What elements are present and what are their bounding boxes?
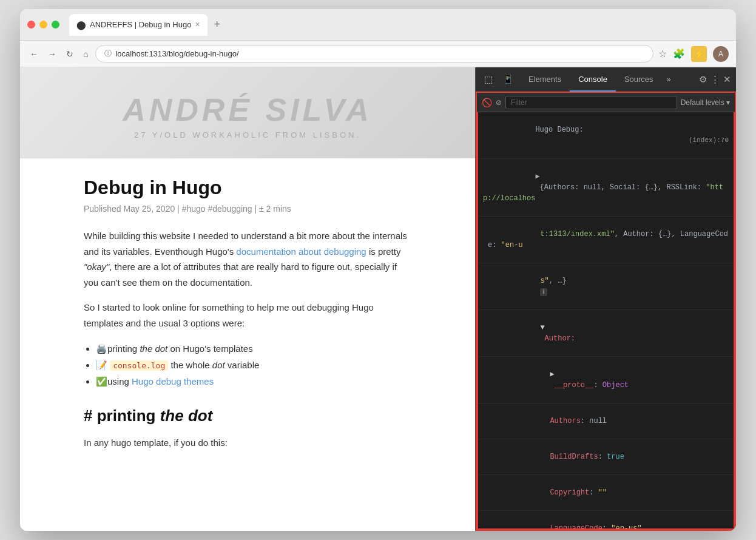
title-bar: ⬤ ANDREFFS | Debug in Hugo ✕ + [20,9,736,41]
extension-badge: ⚡ [691,46,707,62]
address-bar: ← → ↻ ⌂ ⓘ localhost:1313/blog/debug-in-h… [20,41,736,67]
tab-bar: ⬤ ANDREFFS | Debug in Hugo ✕ + [69,14,729,36]
proto-expand-arrow-1[interactable]: ▶ [550,370,554,379]
list-item-2-after: variable [225,360,260,370]
console-label: Hugo Debug: [535,126,587,134]
intro-text-3: , there are a lot of attributes that are… [84,262,397,288]
console-line-languagecode: LanguageCode: "en-us" [478,511,734,530]
more-tabs-button[interactable]: » [662,75,676,84]
console-authors-key: Authors [550,417,580,425]
console-rsslink-url: t:1313/index.xml" [540,230,614,238]
console-output: Hugo Debug: (index):70 ▶ {Authors: null,… [477,112,735,530]
devtools-toolbar: ⬚ 📱 Elements Console Sources » ⚙ ⋮ ✕ [476,67,736,92]
tab-console[interactable]: Console [570,67,616,92]
blog-section-p: In any hugo template, if you do this: [84,435,411,451]
blog-options-list: 🖨️printing the dot on Hugo's templates 📝… [96,340,411,390]
blog-post-meta: Published May 25, 2020 | #hugo #debuggin… [84,204,411,214]
console-line-object-preview-2: t:1313/index.xml", Author: {…}, Language… [478,217,734,263]
close-button[interactable] [27,21,35,29]
console-langcode-value: "en-us" [611,524,641,530]
blog-tagline: 27 Y/OLD WORKAHOLIC FROM LISBON. [32,130,463,140]
console-index: (index):70 [689,135,729,146]
console-copyright-value: "" [598,488,607,497]
devtools-right-icons: ⚙ ⋮ ✕ [699,74,731,85]
console-object-close: , …} [549,277,571,285]
blog-intro-p2: So I started to look online for somethin… [84,300,411,331]
console-colon-3: : [598,453,607,461]
list-item-2: 📝 console.log the whole dot variable [96,357,411,373]
inspect-icon[interactable]: ⬚ [481,72,496,87]
browser-window: ⬤ ANDREFFS | Debug in Hugo ✕ + ← → ↻ ⌂ ⓘ… [20,9,736,531]
github-icon: ⬤ [76,20,86,30]
expand-arrow[interactable]: ▶ [535,172,539,181]
console-line-authors: Authors: null [478,403,734,439]
traffic-lights [27,21,59,29]
console-langcode-key: LanguageCode [550,524,602,530]
filter-icon: ⊘ [496,98,502,107]
console-line-author: ▼ Author: [478,310,734,357]
extensions-icon[interactable]: 🧩 [673,48,685,59]
section-heading-em: the dot [160,407,213,425]
settings-icon[interactable]: ⚙ [699,74,707,85]
user-avatar[interactable]: A [713,46,729,62]
devtools-panel: ⬚ 📱 Elements Console Sources » ⚙ ⋮ ✕ [475,67,736,531]
console-copyright-key: Copyright [550,488,589,497]
devtools-tabs: Elements Console Sources » [520,67,697,92]
console-filter-bar: 🚫 ⊘ Default levels ▾ [477,93,735,112]
intro-em: "okay" [84,262,109,272]
list-item-2-em: dot [212,360,225,370]
section-heading-pre: # printing [84,407,160,425]
blog-header: ANDRÉ SILVA 27 Y/OLD WORKAHOLIC FROM LIS… [20,67,475,158]
blog-intro-paragraph: While building this website I needed to … [84,228,411,290]
reload-button[interactable]: ↻ [64,47,76,61]
blog-body: Debug in Hugo Published May 25, 2020 | #… [59,158,436,479]
documentation-link[interactable]: documentation about debugging [236,246,366,257]
console-builddrafts-key: BuildDrafts [550,453,598,461]
forward-button[interactable]: → [46,47,59,61]
console-colon-2: : [581,417,589,425]
url-bar[interactable]: ⓘ localhost:1313/blog/debug-in-hugo/ [95,45,653,62]
lock-icon: ⓘ [104,49,112,59]
console-object-preview: {Authors: null, Social: {…}, RSSLink: "h… [483,183,723,203]
console-author-key: Author: [540,334,575,343]
maximize-button[interactable] [52,21,59,29]
console-lang-code-end: s" [540,277,548,285]
minimize-button[interactable] [39,21,47,29]
console-colon-5: : [602,524,611,530]
list-item-1: 🖨️printing the dot on Hugo's templates [96,340,411,357]
clear-console-icon[interactable]: 🚫 [482,98,492,107]
author-expand-arrow[interactable]: ▼ [540,323,544,332]
list-item-1-em: the dot [140,343,167,354]
blog-post-title: Debug in Hugo [84,177,411,199]
device-icon[interactable]: 📱 [499,72,518,87]
blog-content: ANDRÉ SILVA 27 Y/OLD WORKAHOLIC FROM LIS… [20,67,475,531]
close-devtools-icon[interactable]: ✕ [723,74,731,85]
console-line-header: Hugo Debug: (index):70 [478,112,734,159]
console-filter-input[interactable] [505,96,677,109]
console-authors-value: null [589,417,607,425]
console-log-code: console.log [110,360,168,371]
devtools-highlighted-area: 🚫 ⊘ Default levels ▾ Hugo Debug: (index)… [476,92,736,531]
new-tab-button[interactable]: + [211,18,223,31]
list-item-3: ✅using Hugo debug themes [96,373,411,390]
console-line-object-preview-3: s", …} ℹ [478,263,734,310]
default-levels-dropdown[interactable]: Default levels ▾ [681,98,730,107]
bookmark-icon[interactable]: ☆ [658,48,667,59]
hugo-debug-themes-link[interactable]: Hugo debug themes [132,376,214,386]
more-options-icon[interactable]: ⋮ [710,74,720,85]
active-tab[interactable]: ⬤ ANDREFFS | Debug in Hugo ✕ [69,14,208,36]
tab-close-button[interactable]: ✕ [195,21,200,29]
url-text: localhost:1313/blog/debug-in-hugo/ [115,49,238,58]
console-line-proto1: ▶ __proto__: Object [478,357,734,403]
tab-title: ANDREFFS | Debug in Hugo [90,20,191,29]
main-area: ANDRÉ SILVA 27 Y/OLD WORKAHOLIC FROM LIS… [20,67,736,531]
back-button[interactable]: ← [27,47,41,61]
tab-elements[interactable]: Elements [520,67,570,92]
blog-author-name: ANDRÉ SILVA [32,92,463,128]
tab-sources[interactable]: Sources [616,67,662,92]
list-item-2-pre: 📝 [96,360,110,370]
console-line-copyright: Copyright: "" [478,475,734,511]
list-item-3-pre: ✅using [96,376,132,386]
console-proto-value-1: Object [602,381,629,390]
home-button[interactable]: ⌂ [81,47,90,61]
